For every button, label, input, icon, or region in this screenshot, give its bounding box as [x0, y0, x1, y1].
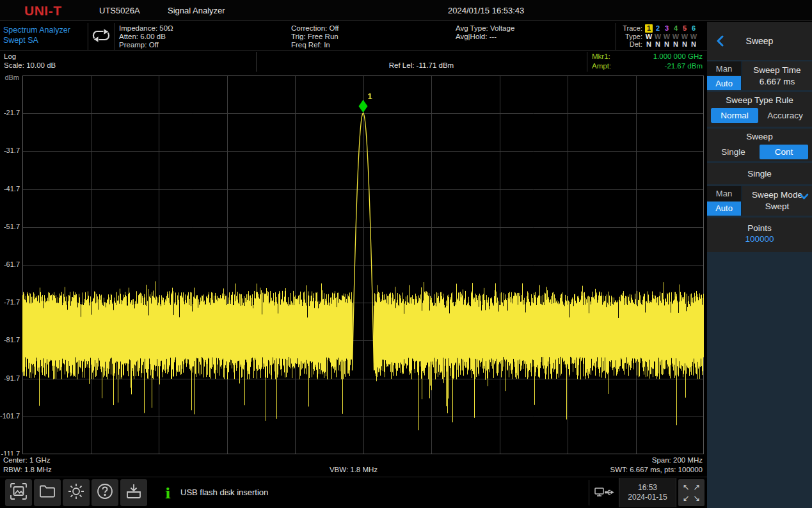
sweep-menu-panel: Sweep Man Auto Sweep Time 6.667 ms Sweep…: [707, 22, 812, 508]
sweep-type-rule-label: Sweep Type Rule: [707, 92, 812, 105]
trace-cell[interactable]: 2: [653, 24, 662, 33]
single-option[interactable]: Single: [707, 147, 760, 157]
swt-readout: SWT: 6.667 ms, pts: 100000: [610, 466, 703, 473]
continuous-sweep-icon[interactable]: [90, 28, 112, 44]
points-label: Points: [707, 218, 812, 233]
trace-cell[interactable]: N: [680, 40, 689, 49]
single-sweep-button[interactable]: Single: [707, 163, 812, 184]
trace-cell[interactable]: 4: [671, 24, 680, 33]
sweep-time-man-auto-toggle: Man Auto: [707, 61, 742, 90]
info-icon: i: [165, 484, 171, 502]
reference-row: Log Scale: 10.00 dB Ref Lel: -11.71 dBm …: [0, 52, 707, 72]
ref-level-readout[interactable]: Ref Lel: -11.71 dBm: [256, 61, 587, 69]
trace-cell[interactable]: 3: [662, 24, 671, 33]
spectrum-trace-canvas[interactable]: [22, 75, 704, 454]
trace-table[interactable]: Trace:123456Type:WWWWWWDet:NNNNNN: [618, 24, 704, 49]
log-label: Log: [4, 52, 16, 60]
settings-button[interactable]: [63, 479, 90, 506]
divider: [115, 23, 115, 50]
points-softkey[interactable]: Points 100000: [707, 218, 812, 252]
trace-cell[interactable]: W: [689, 33, 698, 41]
usb-device-icon: [594, 485, 616, 503]
menu-title: Sweep: [707, 36, 812, 46]
trace-cell[interactable]: N: [653, 40, 662, 49]
auto-option[interactable]: Auto: [707, 76, 741, 90]
expand-arrows-icon: ↙: [683, 493, 690, 503]
trace-cell[interactable]: W: [644, 33, 653, 41]
divider: [589, 480, 589, 505]
avg-type-readout: Avg Type: Voltage: [456, 24, 514, 33]
y-axis-tick: -91.7: [0, 374, 20, 382]
ampt-value: -21.67 dBm: [665, 62, 703, 70]
sweep-type-rule-softkey[interactable]: Sweep Type Rule Normal Accuracy: [707, 92, 812, 127]
title-bar: UNI-T UTS5026A Signal Analyzer 2024/01/1…: [0, 0, 812, 21]
expand-arrows-icon: ↗: [693, 482, 700, 492]
marker-freq-readout: Mkr1: 1.000 000 GHz: [592, 52, 703, 60]
model-label: UTS5026A: [99, 6, 140, 15]
trace-cell[interactable]: N: [689, 40, 698, 49]
menu-header[interactable]: Sweep: [707, 22, 812, 60]
average-settings-readout[interactable]: Avg Type: Voltage Avg|Hold: ---: [456, 24, 514, 41]
auto-option[interactable]: Auto: [707, 202, 741, 216]
y-axis-tick: -61.7: [0, 260, 20, 268]
date-label: 2024-01-15: [619, 493, 676, 502]
y-axis-tick: -51.7: [0, 223, 20, 230]
help-button[interactable]: [92, 479, 118, 506]
input-settings-readout[interactable]: Impedance: 50Ω Atten: 6.00 dB Preamp: Of…: [119, 24, 173, 49]
correction-readout: Correction: Off: [291, 24, 339, 33]
man-option[interactable]: Man: [707, 186, 741, 201]
trace-table-row-label: Type:: [618, 33, 642, 41]
expand-arrows-icon: ↘: [693, 493, 700, 503]
y-axis-tick: -101.7: [0, 412, 20, 420]
trace-cell[interactable]: 5: [680, 24, 689, 33]
trace-cell[interactable]: N: [644, 40, 653, 49]
divider: [587, 52, 587, 72]
vbw-readout[interactable]: VBW: 1.8 MHz: [0, 466, 707, 473]
trace-cell[interactable]: W: [653, 33, 662, 41]
trace-cell[interactable]: N: [662, 40, 671, 49]
span-readout[interactable]: Span: 200 MHz: [652, 456, 703, 464]
datetime-label: 2024/01/15 16:53:43: [448, 6, 524, 15]
trace-cell[interactable]: W: [680, 33, 689, 41]
y-axis-unit-label: dBm: [3, 74, 19, 81]
screenshot-button[interactable]: [5, 479, 32, 506]
sweep-time-value: 6.667 ms: [760, 76, 795, 88]
man-option[interactable]: Man: [707, 61, 741, 75]
y-axis-tick: -41.7: [0, 185, 20, 193]
y-axis-tick: -31.7: [0, 147, 20, 154]
accuracy-option[interactable]: Accuracy: [758, 111, 812, 120]
trace-table-row-label: Det:: [618, 40, 642, 49]
trace-cell[interactable]: W: [671, 33, 680, 41]
spectrum-analyzer-screen: UNI-T UTS5026A Signal Analyzer 2024/01/1…: [0, 0, 812, 508]
status-bar: Spectrum Analyzer Swept SA Impedance: 50…: [0, 22, 707, 51]
center-freq-readout[interactable]: Center: 1 GHz: [3, 456, 51, 464]
normal-option[interactable]: Normal: [711, 108, 758, 123]
uni-t-logo: UNI-T: [24, 3, 62, 19]
expand-arrows-icon: ↖: [683, 482, 690, 492]
trace-cell[interactable]: 1: [644, 24, 653, 33]
screenshot-icon: [10, 482, 28, 503]
divider: [88, 23, 88, 50]
measurement-mode-selector[interactable]: Spectrum Analyzer Swept SA: [3, 25, 85, 45]
trigger-settings-readout[interactable]: Correction: Off Trig: Free Run Freq Ref:…: [291, 24, 339, 49]
system-message: USB flash disk insertion: [180, 488, 268, 497]
atten-readout: Atten: 6.00 dB: [119, 33, 173, 41]
mkr1-freq-value: 1.000 000 GHz: [653, 52, 703, 60]
mode-line1: Spectrum Analyzer: [3, 25, 85, 35]
trace-table-row-label: Trace:: [618, 24, 642, 33]
trace-cell[interactable]: 6: [689, 24, 698, 33]
sweep-cont-softkey[interactable]: Sweep Single Cont: [707, 129, 812, 161]
trace-cell[interactable]: W: [662, 33, 671, 41]
sweep-time-softkey[interactable]: Man Auto Sweep Time 6.667 ms: [707, 61, 812, 90]
cont-option[interactable]: Cont: [760, 145, 808, 159]
fullscreen-button[interactable]: ↖↗ ↙↘: [678, 479, 705, 506]
sweep-mode-softkey[interactable]: Man Auto Sweep Mode Swept: [707, 186, 812, 216]
chevron-down-icon[interactable]: [799, 191, 809, 203]
scale-label[interactable]: Scale: 10.00 dB: [4, 61, 56, 69]
freq-ref-readout: Freq Ref: In: [291, 41, 339, 49]
file-manager-button[interactable]: [34, 479, 61, 506]
trace-cell[interactable]: N: [671, 40, 680, 49]
sweep-time-label: Sweep Time: [753, 65, 800, 76]
bottom-toolbar: i USB flash disk insertion 16:53 2024-01…: [0, 477, 707, 508]
save-button[interactable]: [120, 479, 147, 506]
